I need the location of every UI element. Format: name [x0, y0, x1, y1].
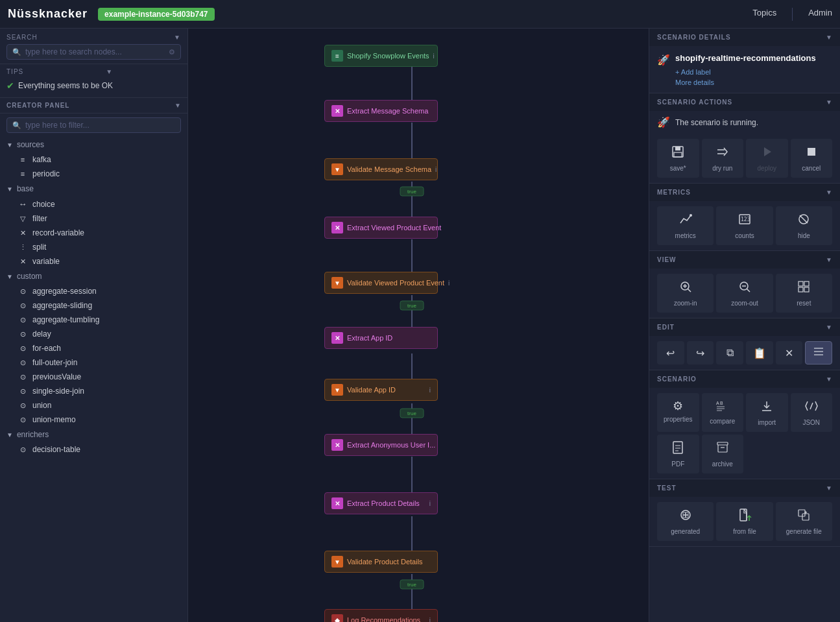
- list-item[interactable]: ⊙aggregate-session: [0, 284, 187, 298]
- pdf-button[interactable]: PDF: [657, 435, 699, 473]
- list-item[interactable]: ✕ record-variable: [0, 226, 187, 240]
- copy-button[interactable]: ⧉: [716, 341, 743, 365]
- canvas-node-log-recommendations[interactable]: ◆ Log Recommendations i: [324, 609, 438, 622]
- category-base-header[interactable]: ▼ base: [0, 181, 187, 197]
- compare-label: compare: [710, 418, 735, 425]
- deploy-button[interactable]: deploy: [746, 139, 788, 178]
- archive-button[interactable]: archive: [702, 435, 744, 473]
- list-item[interactable]: ⊙previousValue: [0, 370, 187, 384]
- nav-admin[interactable]: Admin: [808, 8, 832, 21]
- edit-expand-icon[interactable]: ▼: [826, 324, 832, 331]
- canvas-node-extract-viewed[interactable]: ✕ Extract Viewed Product Event: [324, 217, 438, 239]
- undo-icon: ↩: [666, 347, 675, 359]
- node-filter-label: filter: [32, 214, 47, 223]
- list-item[interactable]: ↔ choice: [0, 197, 187, 211]
- canvas-node-validate-message[interactable]: ▼ Validate Message Schema i: [324, 158, 438, 180]
- generate-file-button[interactable]: generate file: [776, 502, 832, 541]
- zoom-out-button[interactable]: zoom-out: [716, 274, 773, 313]
- nav-topics[interactable]: Topics: [752, 8, 776, 21]
- node-info-validate-appid[interactable]: i: [429, 387, 431, 394]
- import-button[interactable]: import: [746, 393, 788, 432]
- test-expand-icon[interactable]: ▼: [826, 484, 832, 492]
- ok-checkmark-icon: ✔: [6, 80, 14, 91]
- list-item[interactable]: ▽ filter: [0, 211, 187, 226]
- cancel-button[interactable]: cancel: [791, 139, 833, 178]
- paste-button[interactable]: 📋: [746, 341, 773, 365]
- metrics-button[interactable]: metrics: [657, 206, 714, 245]
- list-item[interactable]: ⋮ split: [0, 240, 187, 254]
- from-file-label: from file: [733, 528, 756, 535]
- add-label-link[interactable]: + Add label: [675, 68, 816, 76]
- view-expand-icon[interactable]: ▼: [826, 256, 832, 263]
- scenario-section-expand-icon[interactable]: ▼: [826, 376, 832, 383]
- canvas[interactable]: true true true true ≡ Shopify Snowplow E…: [188, 29, 649, 622]
- metrics-header: METRICS ▼: [649, 184, 840, 201]
- delete-button[interactable]: ✕: [776, 341, 803, 365]
- list-item[interactable]: ✕ variable: [0, 254, 187, 269]
- canvas-node-extract-message[interactable]: ✕ Extract Message Schema: [324, 100, 438, 122]
- metrics-label: METRICS: [657, 189, 691, 196]
- canvas-node-extract-appid[interactable]: ✕ Extract App ID: [324, 327, 438, 349]
- save-button[interactable]: save*: [657, 139, 699, 178]
- node-info-shopify[interactable]: i: [433, 53, 435, 60]
- list-item[interactable]: ⊙for-each: [0, 341, 187, 355]
- counts-button[interactable]: 123 counts: [716, 206, 773, 245]
- svg-rect-10: [400, 187, 424, 196]
- list-item[interactable]: ⊙aggregate-tumbling: [0, 313, 187, 327]
- category-sources: ▼ sources ≡ kafka ≡ periodic: [0, 137, 187, 181]
- instance-badge[interactable]: example-instance-5d03b747: [98, 8, 214, 21]
- hide-button[interactable]: hide: [776, 206, 832, 245]
- scenario-section-label: SCENARIO: [657, 376, 697, 383]
- undo-button[interactable]: ↩: [657, 341, 684, 365]
- node-info-extract-product[interactable]: i: [429, 500, 431, 507]
- list-item[interactable]: ≡ kafka: [0, 152, 187, 167]
- hide-icon: [797, 212, 811, 230]
- generated-button[interactable]: generated: [657, 502, 714, 541]
- category-enrichers-header[interactable]: ▼ enrichers: [0, 427, 187, 442]
- node-info-validate-message[interactable]: i: [435, 166, 437, 173]
- list-item[interactable]: ⊙decision-table: [0, 442, 187, 457]
- edit-label: EDIT: [657, 324, 675, 331]
- canvas-node-validate-product[interactable]: ▼ Validate Product Details: [324, 551, 438, 573]
- list-item[interactable]: ⊙full-outer-join: [0, 355, 187, 370]
- redo-icon: ↪: [696, 347, 704, 359]
- canvas-node-validate-viewed[interactable]: ▼ Validate Viewed Product Event i: [324, 272, 438, 294]
- canvas-node-shopify-snowplow[interactable]: ≡ Shopify Snowplow Events i: [324, 45, 438, 67]
- metrics-expand-icon[interactable]: ▼: [826, 189, 832, 196]
- canvas-node-extract-anon[interactable]: ✕ Extract Anonymous User I...: [324, 434, 438, 456]
- node-info-log-recommendations[interactable]: i: [429, 617, 431, 623]
- more-details-link[interactable]: More details: [675, 78, 816, 86]
- svg-rect-12: [400, 301, 424, 310]
- canvas-node-validate-appid[interactable]: ▼ Validate App ID i: [324, 379, 438, 401]
- creator-panel-expand-icon[interactable]: ▼: [174, 102, 181, 109]
- tips-expand-icon[interactable]: ▼: [106, 68, 113, 75]
- select-all-button[interactable]: [805, 341, 832, 365]
- redo-button[interactable]: ↪: [687, 341, 714, 365]
- zoom-in-button[interactable]: zoom-in: [657, 274, 714, 313]
- filter-icon[interactable]: ⚙: [169, 48, 175, 56]
- list-item[interactable]: ⊙delay: [0, 327, 187, 341]
- category-custom-header[interactable]: ▼ custom: [0, 269, 187, 284]
- properties-button[interactable]: ⚙ properties: [657, 393, 699, 432]
- category-sources-header[interactable]: ▼ sources: [0, 137, 187, 152]
- scenario-actions-expand-icon[interactable]: ▼: [826, 99, 832, 106]
- search-input[interactable]: [25, 47, 165, 56]
- compare-button[interactable]: AB compare: [702, 393, 744, 432]
- svg-rect-37: [798, 281, 803, 286]
- from-file-button[interactable]: from file: [716, 502, 773, 541]
- search-expand-icon[interactable]: ▼: [174, 34, 181, 41]
- json-button[interactable]: JSON: [791, 393, 833, 432]
- node-info-validate-viewed[interactable]: i: [448, 280, 450, 287]
- list-item[interactable]: ⊙single-side-join: [0, 384, 187, 398]
- canvas-node-extract-product[interactable]: ✕ Extract Product Details i: [324, 492, 438, 514]
- creator-filter-input[interactable]: [25, 121, 175, 130]
- dry-run-button[interactable]: dry run: [702, 139, 744, 178]
- list-item[interactable]: ⊙aggregate-sliding: [0, 298, 187, 313]
- pdf-icon: [671, 440, 685, 458]
- reset-button[interactable]: reset: [776, 274, 832, 313]
- scenario-details-expand-icon[interactable]: ▼: [826, 34, 832, 41]
- list-item[interactable]: ⊙union-memo: [0, 413, 187, 427]
- list-item[interactable]: ⊙union: [0, 398, 187, 413]
- list-item[interactable]: ≡ periodic: [0, 167, 187, 181]
- node-label-extract-appid: Extract App ID: [347, 334, 392, 342]
